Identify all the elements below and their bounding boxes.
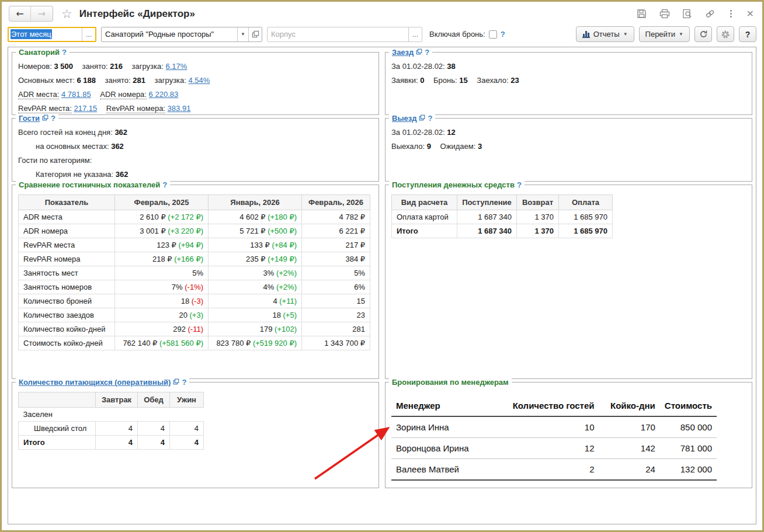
metric-cell: 4 782 ₽ bbox=[302, 210, 370, 224]
metric-value: 281 bbox=[352, 325, 365, 333]
refresh-icon bbox=[699, 30, 708, 39]
include-booking-help-icon[interactable]: ? bbox=[501, 30, 505, 39]
period-field-group: Этот месяц ... bbox=[8, 27, 96, 42]
panel-managers: Бронирования по менеджерам Менеджер Коли… bbox=[385, 382, 752, 488]
help-icon[interactable]: ? bbox=[51, 114, 55, 123]
open-report-icon[interactable] bbox=[416, 48, 422, 57]
adr-beds-term[interactable]: ADR места: bbox=[18, 90, 59, 99]
metric-delta: (+3) bbox=[190, 311, 203, 319]
settings-button[interactable] bbox=[717, 26, 734, 42]
reports-button[interactable]: Отчеты ▼ bbox=[576, 26, 634, 42]
hotel-select[interactable]: Санаторий "Родные просторы" bbox=[102, 27, 237, 41]
go-button[interactable]: Перейти ▼ bbox=[639, 26, 690, 42]
back-icon[interactable]: ← bbox=[9, 6, 31, 21]
revpar-beds-term[interactable]: RevPAR места: bbox=[18, 104, 72, 113]
metric-delta: (+149 ₽) bbox=[268, 255, 297, 263]
rooms-load-link[interactable]: 6.17% bbox=[166, 62, 187, 71]
metric-delta: (+94 ₽) bbox=[178, 241, 203, 249]
arrival-title-link[interactable]: Заезд bbox=[392, 48, 414, 57]
metric-value: 217 ₽ bbox=[345, 241, 365, 249]
help-button[interactable]: ? bbox=[739, 26, 756, 42]
building-input[interactable] bbox=[268, 27, 408, 41]
metric-value: 123 ₽ bbox=[157, 241, 176, 249]
open-report-icon[interactable] bbox=[419, 114, 425, 123]
close-icon[interactable]: ✕ bbox=[746, 8, 754, 19]
meals-title-link[interactable]: Количество питающихся (оперативный) bbox=[19, 378, 171, 387]
departure-title-link[interactable]: Выезд bbox=[392, 114, 416, 123]
hotel-open-icon[interactable] bbox=[248, 27, 262, 41]
metric-value: 133 ₽ bbox=[250, 241, 270, 249]
metric-delta: (+11) bbox=[279, 297, 297, 305]
column-header: Обед bbox=[138, 392, 170, 408]
payment-value: 1 685 970 bbox=[559, 224, 613, 238]
metric-label: RevPAR номера bbox=[19, 252, 115, 266]
link-icon[interactable] bbox=[705, 9, 716, 19]
metric-delta: (+2%) bbox=[276, 269, 297, 277]
metric-cell: 123 ₽ (+94 ₽) bbox=[115, 238, 209, 252]
column-header: Ужин bbox=[170, 392, 204, 408]
bar-chart-icon bbox=[582, 31, 590, 38]
adr-rooms-term[interactable]: ADR номера: bbox=[100, 90, 147, 99]
table-row: ADR места 2 610 ₽ (+2 172 ₽) 4 602 ₽ (+1… bbox=[19, 210, 370, 224]
panel-sanatorium: Санаторий ? Номеров: 3 500 занято: 216 з… bbox=[12, 52, 379, 115]
building-choose-button[interactable]: ... bbox=[408, 27, 422, 41]
metric-cell: 15 bbox=[302, 294, 370, 308]
hotel-dropdown-icon[interactable]: ▼ bbox=[237, 27, 248, 41]
compare-table: Показатель Февраль, 2025 Январь, 2026 Фе… bbox=[18, 194, 370, 350]
metric-cell: 235 ₽ (+149 ₽) bbox=[209, 252, 302, 266]
metric-value: 2 610 ₽ bbox=[140, 213, 165, 221]
adr-rooms-link[interactable]: 6 220.83 bbox=[149, 90, 179, 99]
revpar-beds-link[interactable]: 217.15 bbox=[74, 104, 97, 113]
metric-value: 18 bbox=[272, 311, 280, 319]
lunch-value: 4 bbox=[138, 436, 170, 450]
revpar-rooms-link[interactable]: 383.91 bbox=[168, 104, 191, 113]
breakfast-value bbox=[96, 408, 138, 422]
column-header: Показатель bbox=[19, 195, 115, 210]
help-icon[interactable]: ? bbox=[517, 180, 522, 189]
help-icon[interactable]: ? bbox=[182, 378, 186, 387]
help-icon[interactable]: ? bbox=[162, 180, 167, 189]
metric-cell: 7% (-1%) bbox=[115, 280, 209, 294]
preview-icon[interactable] bbox=[682, 9, 693, 19]
metric-value: 3% bbox=[263, 269, 275, 277]
panel-meals-title: Количество питающихся (оперативный) ? bbox=[16, 378, 189, 387]
metric-value: 4% bbox=[263, 283, 275, 291]
save-icon[interactable] bbox=[637, 9, 647, 19]
departure-detail-line: Выехало: 9 Ожидаем: 3 bbox=[391, 141, 746, 152]
help-icon[interactable]: ? bbox=[62, 48, 67, 57]
help-icon[interactable]: ? bbox=[425, 48, 429, 57]
star-icon[interactable]: ☆ bbox=[61, 7, 72, 21]
revpar-rooms-term[interactable]: RevPAR номера: bbox=[106, 104, 165, 113]
meal-group-label: Заселен bbox=[19, 408, 96, 422]
forward-icon[interactable]: → bbox=[31, 6, 53, 21]
metric-delta: (+2%) bbox=[276, 283, 297, 291]
open-report-icon[interactable] bbox=[42, 114, 48, 123]
table-row: Количество броней 18 (-3) 4 (+11) 15 bbox=[19, 294, 370, 308]
metric-delta: (+102) bbox=[275, 325, 297, 333]
open-report-icon[interactable] bbox=[173, 378, 179, 387]
period-input[interactable]: Этот месяц bbox=[9, 28, 82, 41]
departure-period-line: За 01.02-28.02: 12 bbox=[391, 127, 746, 138]
print-icon[interactable] bbox=[659, 9, 670, 19]
metric-value: 6 221 ₽ bbox=[339, 227, 365, 235]
metric-cell: 4 (+11) bbox=[209, 294, 302, 308]
panel-title-text: Сравнение гостиничных показателей bbox=[19, 180, 160, 189]
metric-label: RevPAR места bbox=[19, 238, 115, 252]
column-header: Февраль, 2025 bbox=[115, 195, 209, 210]
guests-title-link[interactable]: Гости bbox=[19, 114, 40, 123]
include-booking-group: Включая бронь: ? bbox=[429, 30, 505, 39]
refresh-button[interactable] bbox=[694, 26, 712, 42]
include-booking-checkbox[interactable] bbox=[489, 30, 497, 39]
beds-load-link[interactable]: 4.54% bbox=[189, 76, 210, 85]
more-icon[interactable] bbox=[728, 9, 734, 19]
adr-beds-link[interactable]: 4 781.85 bbox=[61, 90, 91, 99]
help-icon[interactable]: ? bbox=[428, 114, 432, 123]
metric-value: 5 721 ₽ bbox=[239, 227, 265, 235]
revpar-stats-line: RevPAR места: 217.15 RevPAR номера: 383.… bbox=[18, 103, 373, 114]
nav-history-group: ← → bbox=[9, 6, 53, 22]
metric-cell: 5 721 ₽ (+500 ₽) bbox=[209, 224, 302, 238]
metric-cell: 292 (-11) bbox=[115, 322, 209, 336]
period-choose-button[interactable]: ... bbox=[82, 28, 95, 41]
reports-button-label: Отчеты bbox=[593, 30, 620, 39]
refund-value: 1 370 bbox=[517, 210, 559, 224]
